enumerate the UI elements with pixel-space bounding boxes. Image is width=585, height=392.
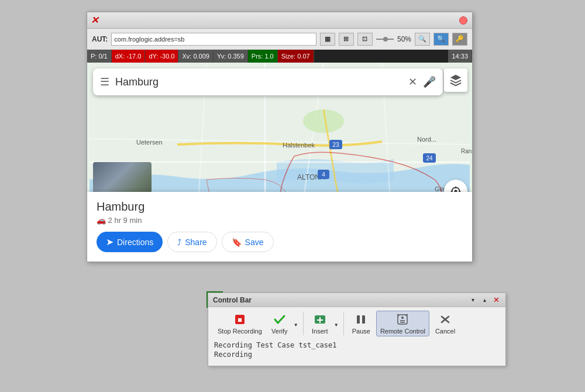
close-control-bar-button[interactable]: ✕: [491, 295, 501, 305]
pause-label: Pause: [352, 328, 370, 335]
svg-text:Uetersen: Uetersen: [136, 139, 163, 146]
svg-text:24: 24: [426, 155, 433, 161]
app-icon: ✕: [91, 15, 98, 26]
mic-icon[interactable]: 🎤: [423, 75, 436, 88]
map-container: Uetersen Wedel Jork Halstenbek ALTONA Gl…: [87, 63, 472, 262]
separator-1: [303, 312, 304, 335]
insert-button[interactable]: Insert: [308, 311, 332, 336]
remote-control-label: Remote Control: [380, 328, 425, 335]
drive-time: 🚗 2 hr 9 min: [97, 216, 463, 225]
status-yv: Yv: 0.359: [214, 50, 248, 63]
stop-recording-button[interactable]: ⏹ Stop Recording: [214, 311, 266, 336]
insert-label: Insert: [312, 328, 328, 335]
recording-status: Recording: [214, 350, 500, 359]
svg-text:23: 23: [332, 142, 339, 148]
share-label: Share: [185, 238, 207, 247]
directions-button[interactable]: ➤ Directions: [97, 232, 163, 252]
status-dx: dX: -17.0: [112, 50, 146, 63]
toolbar-btn-1[interactable]: ▦: [320, 33, 335, 46]
remote-control-button[interactable]: Remote Control: [376, 311, 429, 336]
stop-recording-icon: ⏹: [232, 312, 248, 326]
status-p: P: 0/1: [87, 50, 112, 63]
recording-info: Recording Test Case tst_case1 Recording: [214, 341, 500, 359]
pause-button[interactable]: Pause: [349, 311, 374, 336]
insert-dropdown-arrow[interactable]: ▼: [334, 322, 339, 328]
status-size: Size: 0.07: [278, 50, 314, 63]
cancel-button[interactable]: Cancel: [432, 311, 459, 336]
location-title: Hamburg: [97, 200, 463, 214]
separator-2: [343, 312, 344, 335]
svg-point-49: [401, 317, 404, 319]
insert-icon: [312, 312, 328, 326]
zoom-slider[interactable]: [376, 39, 394, 40]
map-search-bar: ☰ Hamburg ✕ 🎤: [93, 68, 443, 95]
control-bar-window-buttons: ▾ ▴ ✕: [468, 295, 501, 305]
control-buttons-row: ⏹ Stop Recording Verify ▼: [214, 311, 500, 336]
share-icon: ⤴: [177, 238, 181, 247]
status-xv: Xv: 0.009: [178, 50, 213, 63]
recording-test-case: Recording Test Case tst_case1: [214, 341, 500, 349]
search-btn-1[interactable]: 🔍: [415, 33, 430, 46]
svg-rect-48: [362, 315, 365, 324]
remote-control-icon: [394, 312, 411, 326]
directions-icon: ➤: [106, 236, 113, 247]
control-bar-header: Control Bar ▾ ▴ ✕: [208, 293, 505, 307]
info-panel: Hamburg 🚗 2 hr 9 min ➤ Directions ⤴ Shar…: [87, 192, 472, 262]
verify-label: Verify: [271, 328, 288, 335]
status-time: 14:33: [448, 50, 472, 63]
search-text: Hamburg: [115, 76, 402, 88]
zoom-label: 50%: [397, 35, 411, 43]
aut-label: AUT:: [92, 35, 108, 43]
search-btn-3[interactable]: 🔑: [452, 33, 467, 46]
save-icon: 🔖: [232, 238, 242, 247]
action-buttons: ➤ Directions ⤴ Share 🔖 Save: [97, 232, 463, 252]
status-dy: dY: -30.0: [145, 50, 178, 63]
toolbar-btn-2[interactable]: ⊞: [339, 33, 354, 46]
toolbar: AUT: ▦ ⊞ ⊡ 50% 🔍 🔍 🔑: [87, 29, 472, 50]
aut-input[interactable]: [111, 33, 316, 46]
save-button[interactable]: 🔖 Save: [222, 232, 274, 252]
directions-label: Directions: [117, 238, 153, 247]
cancel-icon: [437, 312, 453, 326]
toolbar-btn-3[interactable]: ⊡: [357, 33, 373, 46]
svg-text:⏹: ⏹: [237, 317, 243, 323]
svg-text:4: 4: [322, 171, 325, 178]
minimize-button[interactable]: ▾: [468, 295, 477, 305]
status-bar: P: 0/1 dX: -17.0 dY: -30.0 Xv: 0.009 Yv:…: [87, 50, 472, 63]
control-bar: Control Bar ▾ ▴ ✕ ⏹ Stop Recording: [208, 293, 506, 366]
svg-rect-47: [357, 315, 360, 324]
layers-button[interactable]: [444, 68, 467, 92]
svg-text:Nord...: Nord...: [417, 136, 436, 143]
stop-recording-label: Stop Recording: [218, 328, 262, 335]
share-button[interactable]: ⤴ Share: [167, 232, 216, 252]
control-bar-title: Control Bar: [213, 296, 252, 304]
control-bar-body: ⏹ Stop Recording Verify ▼: [208, 307, 505, 366]
title-bar: ✕: [87, 12, 472, 29]
svg-text:Ranso.: Ranso.: [461, 148, 472, 154]
hamburger-menu-icon[interactable]: ☰: [100, 75, 109, 88]
app-window: ✕ AUT: ▦ ⊞ ⊡ 50% 🔍 🔍 🔑 P: 0/1 dX: -17.0 …: [87, 12, 473, 262]
map-background[interactable]: Uetersen Wedel Jork Halstenbek ALTONA Gl…: [87, 63, 472, 262]
cancel-label: Cancel: [435, 328, 455, 335]
svg-text:Halstenbek: Halstenbek: [283, 142, 315, 149]
pause-icon: [353, 312, 369, 326]
search-btn-2[interactable]: 🔍: [433, 33, 449, 46]
status-prs: Prs: 1.0: [248, 50, 278, 63]
restore-button[interactable]: ▴: [480, 295, 489, 305]
verify-icon: [271, 312, 288, 326]
verify-button[interactable]: Verify: [268, 311, 291, 336]
close-button[interactable]: [459, 16, 467, 25]
save-label: Save: [245, 238, 264, 247]
verify-dropdown-arrow[interactable]: ▼: [294, 322, 298, 328]
clear-search-button[interactable]: ✕: [408, 75, 417, 88]
